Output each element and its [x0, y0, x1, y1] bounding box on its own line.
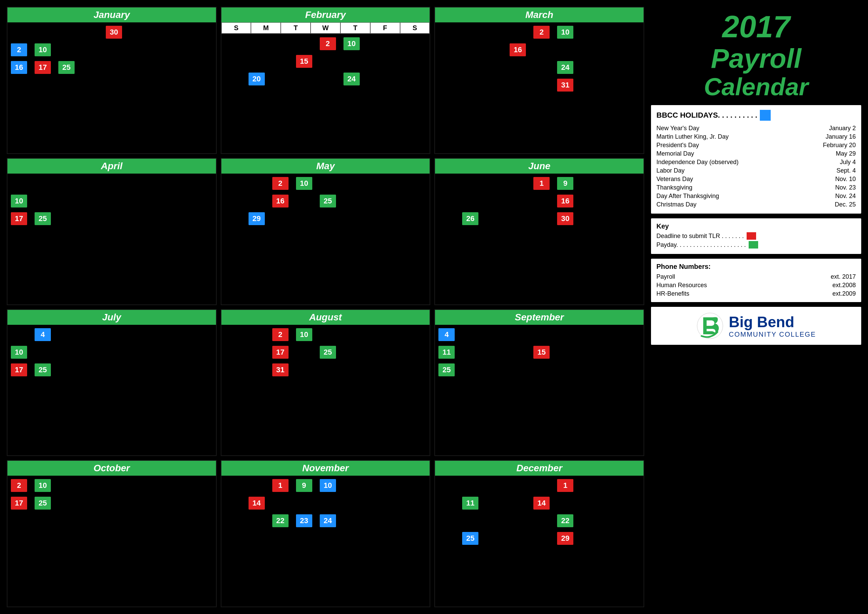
holidays-header: BBCC HOLIDAYS. . . . . . . . . . — [656, 110, 856, 121]
logo-text: Big Bend COMMUNITY COLLEGE — [729, 313, 816, 338]
month-header-february: February — [222, 8, 430, 22]
badge-september-4: 4 — [439, 328, 455, 341]
badge-october-17: 17 — [11, 497, 27, 510]
badge-november-10: 10 — [320, 479, 336, 492]
badge-december-14: 14 — [533, 497, 550, 510]
month-january: January30210161725 — [7, 7, 217, 154]
holiday-name: President's Day — [656, 142, 699, 149]
badge-may-25: 25 — [320, 195, 336, 208]
holiday-date: Sept. 4 — [837, 167, 856, 174]
days-area-november: 191014222324 — [222, 476, 430, 606]
holiday-row: New Year's DayJanuary 2 — [656, 124, 856, 133]
badge-june-30: 30 — [557, 212, 574, 225]
days-area-september: 4111525 — [435, 325, 643, 456]
badge-january-25: 25 — [58, 61, 74, 74]
key-box: Key Deadline to submit TLR . . . . . . .… — [651, 219, 861, 254]
holiday-row: Veterans DayNov. 10 — [656, 175, 856, 183]
green-square-icon — [749, 241, 758, 248]
badge-july-4: 4 — [34, 328, 51, 341]
badge-may-29: 29 — [248, 212, 265, 225]
month-header-december: December — [435, 461, 643, 476]
year-title: 2017 — [651, 10, 861, 44]
month-header-november: November — [222, 461, 430, 476]
phone-box: Phone Numbers: Payrollext. 2017Human Res… — [651, 259, 861, 302]
badge-june-9: 9 — [557, 177, 574, 190]
days-area-april: 101725 — [8, 174, 216, 304]
badge-october-10: 10 — [34, 479, 51, 492]
holiday-name: Labor Day — [656, 167, 685, 174]
phone-value: ext.2008 — [832, 282, 856, 289]
month-header-june: June — [435, 159, 643, 174]
holiday-date: Nov. 10 — [835, 176, 856, 183]
badge-december-25: 25 — [462, 532, 478, 545]
badge-january-2: 2 — [11, 43, 27, 56]
holiday-row: President's DayFebruary 20 — [656, 141, 856, 149]
deadline-row: Deadline to submit TLR . . . . . . . — [656, 232, 856, 240]
month-header-january: January — [8, 8, 216, 22]
dow-F: F — [370, 22, 400, 34]
dow-M: M — [251, 22, 281, 34]
badge-september-11: 11 — [439, 346, 455, 359]
badge-january-30: 30 — [106, 26, 122, 39]
phone-label: HR-Benefits — [656, 290, 689, 297]
logo-box: Big Bend COMMUNITY COLLEGE — [651, 307, 861, 345]
badge-august-2: 2 — [272, 328, 288, 341]
badge-december-29: 29 — [557, 532, 574, 545]
days-area-february: 210152024 — [222, 34, 430, 153]
holiday-row: Independence Day (observed)July 4 — [656, 158, 856, 166]
month-october: October2101725 — [7, 460, 217, 607]
holiday-row: ThanksgivingNov. 23 — [656, 183, 856, 192]
badge-april-25: 25 — [34, 212, 51, 225]
holiday-name: Day After Thanksgiving — [656, 192, 719, 200]
badge-february-20: 20 — [248, 73, 265, 85]
badge-november-14: 14 — [248, 497, 265, 510]
badge-august-10: 10 — [296, 328, 312, 341]
phone-row: Human Resourcesext.2008 — [656, 281, 856, 290]
days-area-may: 210162529 — [222, 174, 430, 304]
month-header-july: July — [8, 310, 216, 325]
month-february: FebruarySMTWTFS210152024 — [221, 7, 431, 154]
badge-january-16: 16 — [11, 61, 27, 74]
badge-august-31: 31 — [272, 363, 288, 376]
badge-march-10: 10 — [557, 26, 574, 39]
month-header-may: May — [222, 159, 430, 174]
holiday-date: July 4 — [840, 159, 856, 166]
holiday-row: Martin Luther King, Jr. DayJanuary 16 — [656, 133, 856, 141]
month-header-august: August — [222, 310, 430, 325]
logo-icon — [696, 312, 724, 340]
badge-january-10: 10 — [34, 43, 51, 56]
badge-february-24: 24 — [344, 73, 360, 85]
blue-square-icon — [760, 110, 771, 121]
badge-march-31: 31 — [557, 79, 574, 91]
calendar-grid: January30210161725FebruarySMTWTFS2101520… — [7, 7, 644, 607]
badge-december-22: 22 — [557, 514, 574, 527]
badge-august-17: 17 — [272, 346, 288, 359]
payroll-title: Payroll — [651, 44, 861, 74]
month-header-september: September — [435, 310, 643, 325]
badge-september-25: 25 — [439, 363, 455, 376]
payday-row: Payday. . . . . . . . . . . . . . . . . … — [656, 241, 856, 248]
phone-row: HR-Benefitsext.2009 — [656, 290, 856, 298]
badge-october-25: 25 — [34, 497, 51, 510]
days-area-october: 2101725 — [8, 476, 216, 606]
dow-S: S — [400, 22, 430, 34]
holiday-name: Martin Luther King, Jr. Day — [656, 133, 728, 140]
month-march: March210162431 — [434, 7, 644, 154]
logo-community: COMMUNITY COLLEGE — [729, 330, 816, 338]
badge-july-25: 25 — [34, 363, 51, 376]
holiday-name: Thanksgiving — [656, 184, 692, 191]
badge-november-1: 1 — [272, 479, 288, 492]
badge-september-15: 15 — [533, 346, 550, 359]
holiday-date: Nov. 24 — [835, 192, 856, 200]
badge-may-2: 2 — [272, 177, 288, 190]
phone-title: Phone Numbers: — [656, 263, 856, 271]
badge-november-23: 23 — [296, 514, 312, 527]
badge-july-10: 10 — [11, 346, 27, 359]
logo-bigbend: Big Bend — [729, 313, 816, 330]
badge-july-17: 17 — [11, 363, 27, 376]
holiday-row: Day After ThanksgivingNov. 24 — [656, 192, 856, 200]
badge-december-11: 11 — [462, 497, 478, 510]
month-header-april: April — [8, 159, 216, 174]
holiday-date: May 29 — [836, 150, 856, 157]
holiday-row: Christmas DayDec. 25 — [656, 200, 856, 209]
